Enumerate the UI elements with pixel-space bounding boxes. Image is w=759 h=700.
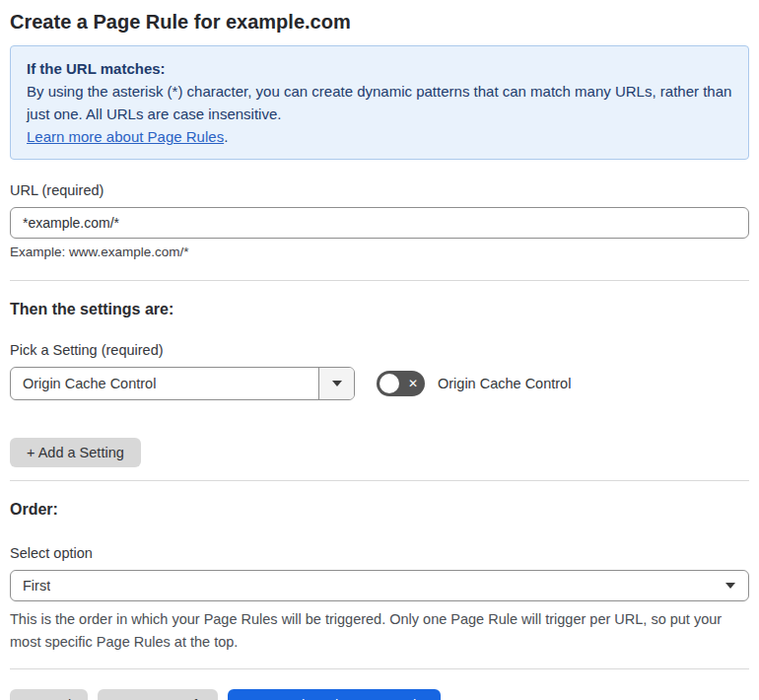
divider-footer: [10, 668, 749, 669]
chevron-down-icon: [332, 381, 342, 386]
divider-url-settings: [10, 280, 749, 281]
learn-more-link[interactable]: Learn more about Page Rules: [27, 128, 224, 145]
cancel-button[interactable]: Cancel: [10, 689, 88, 700]
settings-section-heading: Then the settings are:: [10, 300, 749, 319]
save-as-draft-button[interactable]: Save as Draft: [98, 689, 218, 700]
setting-row: Origin Cache Control ✕ Origin Cache Cont…: [10, 367, 749, 400]
info-box-link-line: Learn more about Page Rules.: [27, 125, 732, 148]
url-input[interactable]: [10, 207, 749, 239]
origin-cache-control-toggle[interactable]: ✕: [377, 371, 425, 396]
pick-setting-label: Pick a Setting (required): [10, 342, 749, 359]
chevron-down-icon: [725, 571, 735, 600]
toggle-off-x-icon: ✕: [408, 371, 418, 396]
setting-select-caret-button[interactable]: [318, 368, 354, 399]
setting-select-value: Origin Cache Control: [11, 376, 156, 391]
url-example-text: Example: www.example.com/*: [10, 245, 749, 259]
setting-select[interactable]: Origin Cache Control: [10, 367, 355, 400]
order-select-value: First: [11, 578, 50, 594]
toggle-knob: [380, 374, 399, 393]
info-box-heading: If the URL matches:: [27, 57, 732, 80]
url-field-label: URL (required): [10, 182, 749, 199]
footer-actions: Cancel Save as Draft Save and Deploy Pag…: [10, 689, 749, 700]
add-setting-button[interactable]: + Add a Setting: [10, 438, 141, 467]
link-period: .: [224, 128, 228, 145]
order-help-text: This is the order in which your Page Rul…: [10, 608, 749, 654]
url-match-info-box: If the URL matches: By using the asteris…: [10, 45, 749, 160]
toggle-caption: Origin Cache Control: [438, 376, 571, 391]
order-select-label: Select option: [10, 545, 749, 562]
order-section-heading: Order:: [10, 500, 749, 520]
order-select[interactable]: First: [10, 570, 749, 601]
divider-settings-order: [10, 480, 749, 481]
save-and-deploy-button[interactable]: Save and Deploy Page Rule: [228, 689, 441, 700]
page-title: Create a Page Rule for example.com: [10, 8, 749, 35]
info-box-body: By using the asterisk (*) character, you…: [27, 80, 732, 125]
